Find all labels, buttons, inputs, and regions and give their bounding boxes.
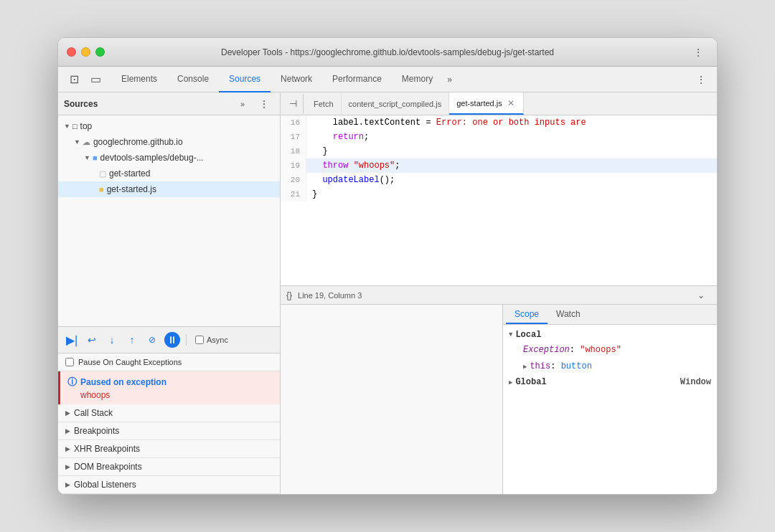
expand-icon: ▼ xyxy=(64,123,70,130)
file-tree: ▼ □ top ▼ ☁ googlechrome.github.io ▼ ■ d… xyxy=(58,115,280,326)
tree-item-devtools-samples[interactable]: ▼ ■ devtools-samples/debug-... xyxy=(58,150,280,166)
tab-sources[interactable]: Sources xyxy=(219,67,271,92)
pause-exceptions-checkbox[interactable] xyxy=(65,358,74,366)
tree-item-label: devtools-samples/debug-... xyxy=(100,153,204,163)
line-number: 17 xyxy=(281,130,306,144)
breakpoints-label: Breakpoints xyxy=(74,426,119,436)
device-toolbar-button[interactable]: ▭ xyxy=(85,70,105,90)
expand-icon: ▼ xyxy=(509,331,512,338)
dom-breakpoints-label: DOM Breakpoints xyxy=(74,462,142,472)
sources-dots-button[interactable]: ⋮ xyxy=(254,94,274,114)
minimize-button[interactable] xyxy=(81,47,90,57)
inspect-element-button[interactable]: ⊡ xyxy=(64,70,84,90)
expand-icon: ▶ xyxy=(65,445,70,452)
more-tabs-button[interactable]: » xyxy=(443,70,456,89)
file-tab-get-started-js[interactable]: get-started.js ✕ xyxy=(449,92,524,115)
maximize-button[interactable] xyxy=(95,47,105,57)
bottom-left-panel xyxy=(281,305,503,494)
line-content: throw "whoops"; xyxy=(306,158,717,173)
file-tab-label: content_script_compiled.js xyxy=(349,100,442,108)
console-drawer-button[interactable]: ⌄ xyxy=(691,285,711,305)
file-tab-label: Fetch xyxy=(314,100,334,108)
scope-global-section[interactable]: ▶ Global Window xyxy=(503,375,717,389)
pause-exceptions-section: Pause On Caught Exceptions xyxy=(58,353,280,371)
line-content: return; xyxy=(306,130,717,144)
tab-elements[interactable]: Elements xyxy=(111,67,167,92)
cursor-position: Line 19, Column 3 xyxy=(298,291,362,300)
left-panel: Sources » ⋮ ▼ □ top ▼ ☁ googlechrome.git… xyxy=(58,92,281,494)
separator xyxy=(186,334,187,346)
scope-value: "whoops" xyxy=(580,343,621,357)
scope-local-label: Local xyxy=(515,330,541,340)
tree-item-get-started[interactable]: ▢ get-started xyxy=(58,166,280,181)
expand-icon: ▼ xyxy=(84,154,90,161)
close-button[interactable] xyxy=(67,47,76,57)
info-icon: ⓘ xyxy=(67,376,77,389)
sources-panel-header: Sources » ⋮ xyxy=(58,92,280,115)
xhr-breakpoints-label: XHR Breakpoints xyxy=(74,444,140,454)
expand-icon: ▶ xyxy=(65,409,70,417)
resume-button[interactable]: ▶| xyxy=(64,332,80,348)
js-file-icon: ■ xyxy=(99,185,104,194)
sources-more-button[interactable]: » xyxy=(232,94,253,114)
file-tab-label: get-started.js xyxy=(456,99,502,108)
tab-network[interactable]: Network xyxy=(271,67,322,92)
code-editor[interactable]: 16 label.textContent = Error: one or bot… xyxy=(281,115,717,285)
tree-item-github[interactable]: ▼ ☁ googlechrome.github.io xyxy=(58,134,280,150)
line-content: } xyxy=(306,144,717,158)
scope-exception-item[interactable]: Exception : "whoops" xyxy=(503,342,717,358)
scope-local-section[interactable]: ▼ Local xyxy=(503,328,717,342)
file-tab-fetch[interactable]: Fetch xyxy=(306,92,342,115)
expand-icon: ▶ xyxy=(523,362,527,372)
expand-icon: ▶ xyxy=(509,379,512,386)
file-tab-close-button[interactable]: ✕ xyxy=(506,98,516,109)
devtools-window: Developer Tools - https://googlechrome.g… xyxy=(57,37,718,495)
breakpoints-header[interactable]: ▶ Breakpoints xyxy=(58,422,280,440)
tree-item-label: googlechrome.github.io xyxy=(93,137,183,147)
file-tab-content-script[interactable]: content_script_compiled.js xyxy=(342,92,450,115)
step-out-button[interactable]: ↑ xyxy=(124,332,140,348)
step-over-button[interactable]: ↩ xyxy=(84,332,100,348)
right-panel: ⊣ Fetch content_script_compiled.js get-s… xyxy=(281,92,717,494)
xhr-breakpoints-header[interactable]: ▶ XHR Breakpoints xyxy=(58,440,280,457)
line-number: 18 xyxy=(281,144,306,158)
tab-watch[interactable]: Watch xyxy=(548,305,589,324)
tab-scope[interactable]: Scope xyxy=(506,305,548,324)
xhr-breakpoints-section: ▶ XHR Breakpoints xyxy=(58,440,280,458)
tab-performance[interactable]: Performance xyxy=(322,67,392,92)
tree-item-label: get-started xyxy=(109,168,150,179)
main-tabbar: ⊡ ▭ Elements Console Sources Network Per… xyxy=(58,67,717,92)
global-listeners-header[interactable]: ▶ Global Listeners xyxy=(58,476,280,493)
call-stack-label: Call Stack xyxy=(74,408,113,418)
line-number: 16 xyxy=(281,115,306,130)
devtools-nav-icons: ⊡ ▭ xyxy=(64,70,105,90)
dom-breakpoints-header[interactable]: ▶ DOM Breakpoints xyxy=(58,458,280,475)
file-icon: ▢ xyxy=(99,169,106,179)
file-tab-back-button[interactable]: ⊣ xyxy=(283,94,304,114)
async-checkbox-group: Async xyxy=(195,336,228,344)
deactivate-button[interactable]: ⊘ xyxy=(144,332,160,348)
scope-key: this xyxy=(530,360,550,374)
format-button[interactable]: {} xyxy=(286,290,292,300)
debugger-controls: ▶| ↩ ↓ ↑ ⊘ ⏸ Async xyxy=(58,326,280,353)
call-stack-header[interactable]: ▶ Call Stack xyxy=(58,404,280,422)
tree-item-get-started-js[interactable]: ■ get-started.js xyxy=(58,181,280,197)
pause-button[interactable]: ⏸ xyxy=(164,332,180,348)
status-right: ⌄ xyxy=(691,285,711,305)
global-listeners-section: ▶ Global Listeners xyxy=(58,476,280,494)
more-options-button[interactable]: ⋮ xyxy=(688,42,708,62)
scope-colon: : xyxy=(570,343,580,357)
line-number: 21 xyxy=(281,187,306,201)
tab-memory[interactable]: Memory xyxy=(392,67,443,92)
scope-this-item[interactable]: ▶ this : button xyxy=(503,358,717,375)
tab-console[interactable]: Console xyxy=(167,67,219,92)
scope-global-label: Global xyxy=(515,377,546,387)
async-checkbox[interactable] xyxy=(195,336,204,344)
async-label: Async xyxy=(207,336,228,344)
code-line-19: 19 throw "whoops"; xyxy=(281,158,717,173)
expand-icon: ▶ xyxy=(65,481,70,488)
step-into-button[interactable]: ↓ xyxy=(104,332,120,348)
settings-button[interactable]: ⋮ xyxy=(691,70,711,90)
line-number: 19 xyxy=(281,158,306,173)
tree-item-top[interactable]: ▼ □ top xyxy=(58,118,280,134)
